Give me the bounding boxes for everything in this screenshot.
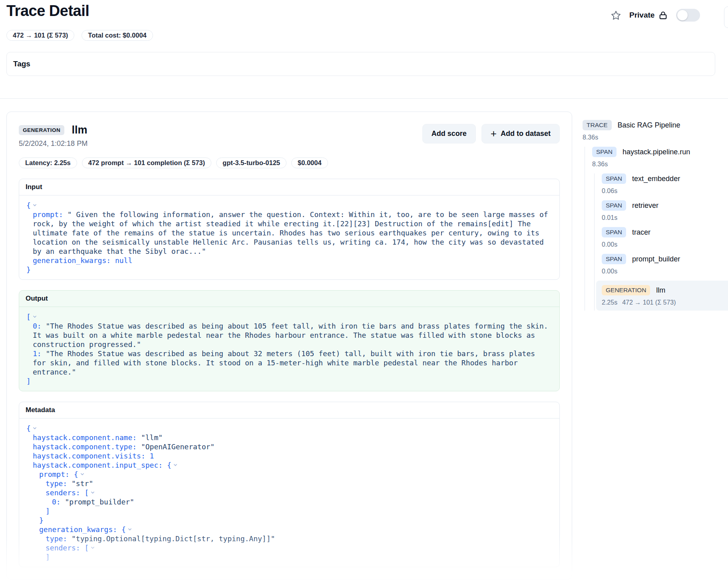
metadata-json-viewer: {haystack.component.name: "llm"haystack.…: [19, 419, 559, 567]
node-name: text_embedder: [632, 175, 680, 183]
json-token-str: "The Rhodes Statue was described as bein…: [33, 349, 539, 376]
json-line: ]: [26, 506, 552, 516]
json-token-punc: [: [85, 544, 89, 552]
node-type-badge: SPAN: [602, 173, 626, 184]
json-line: }: [26, 265, 552, 274]
json-token-punc: }: [26, 265, 31, 274]
toggle-knob: [677, 10, 688, 20]
json-token-key: senders:: [46, 544, 85, 552]
json-line: }: [26, 516, 552, 525]
add-to-dataset-button[interactable]: + Add to dataset: [481, 124, 560, 144]
node-name: haystack.pipeline.run: [623, 148, 690, 156]
observation-name: llm: [72, 124, 87, 136]
observation-badge: 472 prompt → 101 completion (Σ 573): [82, 157, 211, 168]
trace-tree-node-haystack-pipeline-run[interactable]: SPANhaystack.pipeline.run8.36s: [592, 147, 728, 168]
node-type-badge: GENERATION: [602, 285, 650, 295]
metadata-panel-title: Metadata: [19, 402, 559, 419]
json-token-key: prompt:: [39, 470, 74, 478]
json-line: type: "str": [26, 479, 552, 488]
json-line: type: "typing.Optional[typing.Dict[str, …: [26, 534, 552, 543]
json-line: prompt: " Given the following informatio…: [26, 210, 552, 256]
json-line: ]: [26, 377, 552, 386]
json-token-key: prompt:: [33, 210, 68, 219]
json-token-str: "typing.Optional[typing.Dict[str, typing…: [72, 534, 275, 543]
total-cost-badge: Total cost: $0.0004: [82, 30, 153, 41]
json-token-key: haystack.component.name:: [33, 433, 141, 442]
collapse-toggle-icon[interactable]: [90, 543, 95, 552]
trace-tree-node-text-embedder[interactable]: SPANtext_embedder0.06s: [602, 173, 728, 195]
plus-icon: +: [491, 131, 497, 136]
trace-tree-node-basic-rag-pipeline[interactable]: TRACEBasic RAG Pipeline8.36s: [583, 120, 728, 141]
tags-title: Tags: [13, 60, 30, 68]
json-token-key: 0:: [52, 498, 65, 506]
tags-card[interactable]: Tags: [6, 52, 715, 76]
json-line: 1: "The Rhodes Statue was described as b…: [26, 349, 552, 377]
node-duration: 8.36s: [583, 134, 728, 141]
input-panel: Input {prompt: " Given the following inf…: [19, 179, 560, 280]
json-line: prompt: {: [26, 470, 552, 479]
json-line: generation_kwargs: null: [26, 256, 552, 265]
json-line: [: [26, 312, 552, 321]
trace-tree-node-tracer[interactable]: SPANtracer0.00s: [602, 227, 728, 248]
star-icon: [611, 10, 621, 21]
json-token-punc: {: [121, 525, 126, 534]
node-name: llm: [656, 286, 665, 295]
node-type-badge: SPAN: [602, 200, 626, 211]
json-token-key: 0:: [33, 322, 46, 330]
json-line: 0: "prompt_builder": [26, 497, 552, 506]
json-token-num: null: [115, 256, 132, 265]
tree-children: SPANhaystack.pipeline.run8.36sSPANtext_e…: [585, 147, 728, 311]
node-name: Basic RAG Pipeline: [618, 121, 680, 130]
node-name: retriever: [632, 201, 658, 210]
json-token-str: "llm": [141, 433, 163, 442]
add-score-button[interactable]: Add score: [422, 124, 476, 144]
json-token-num: 1: [150, 452, 154, 460]
json-token-punc: [: [26, 313, 31, 321]
json-token-key: type:: [46, 479, 72, 488]
json-line: senders: [: [26, 543, 552, 552]
json-token-str: "str": [72, 479, 93, 488]
collapse-toggle-icon[interactable]: [32, 424, 37, 433]
collapse-toggle-icon[interactable]: [32, 312, 37, 321]
json-token-punc: {: [26, 424, 31, 433]
collapse-toggle-icon[interactable]: [80, 470, 85, 479]
collapse-toggle-icon[interactable]: [90, 488, 95, 497]
header-actions: Private: [611, 9, 700, 22]
privacy-group: Private: [629, 10, 668, 20]
input-panel-title: Input: [19, 179, 559, 195]
output-panel: Output [0: "The Rhodes Statue was descri…: [19, 290, 560, 391]
observation-badge: Latency: 2.25s: [19, 157, 77, 168]
json-token-key: haystack.component.input_spec:: [33, 461, 167, 469]
json-token-punc: ]: [46, 553, 50, 561]
trace-tree-node-llm[interactable]: GENERATIONllm2.25s472 → 101 (Σ 573): [596, 281, 728, 311]
json-token-key: haystack.component.type:: [33, 442, 141, 451]
node-token-usage: 472 → 101 (Σ 573): [622, 299, 676, 306]
json-line: generation_kwargs: {: [26, 525, 552, 534]
privacy-label: Private: [629, 11, 654, 20]
node-type-badge: SPAN: [602, 227, 626, 237]
collapse-toggle-icon[interactable]: [32, 201, 37, 210]
json-line: ]: [26, 552, 552, 562]
tree-children: SPANtext_embedder0.06sSPANretriever0.01s…: [594, 173, 728, 311]
trace-tree-node-prompt-builder[interactable]: SPANprompt_builder0.00s: [602, 254, 728, 275]
trace-tree: TRACEBasic RAG Pipeline8.36sSPANhaystack…: [583, 120, 728, 315]
node-duration: 0.06s: [602, 187, 728, 195]
json-token-key: haystack.component.visits:: [33, 452, 150, 460]
observation-badge: gpt-3.5-turbo-0125: [216, 157, 286, 168]
partial-edge-button[interactable]: [724, 6, 728, 28]
observation-header: GENERATION llm 5/2/2024, 1:02:18 PM Add …: [19, 124, 560, 148]
json-token-str: " Given the following information, answe…: [33, 210, 552, 255]
trace-tree-node-retriever[interactable]: SPANretriever0.01s: [602, 200, 728, 221]
json-line: {: [26, 424, 552, 433]
output-json-viewer: [0: "The Rhodes Statue was described as …: [19, 307, 559, 391]
json-token-key: generation_kwargs:: [39, 525, 121, 534]
observation-card: GENERATION llm 5/2/2024, 1:02:18 PM Add …: [6, 112, 572, 580]
collapse-toggle-icon[interactable]: [173, 460, 178, 470]
collapse-toggle-icon[interactable]: [127, 525, 132, 534]
trace-summary-badges: 472 → 101 (Σ 573) Total cost: $0.0004: [6, 30, 722, 41]
node-duration: 0.00s: [602, 241, 728, 248]
json-token-punc: {: [167, 461, 171, 469]
star-button[interactable]: [611, 10, 621, 21]
privacy-toggle[interactable]: [676, 9, 700, 22]
token-usage-badge: 472 → 101 (Σ 573): [6, 30, 74, 41]
